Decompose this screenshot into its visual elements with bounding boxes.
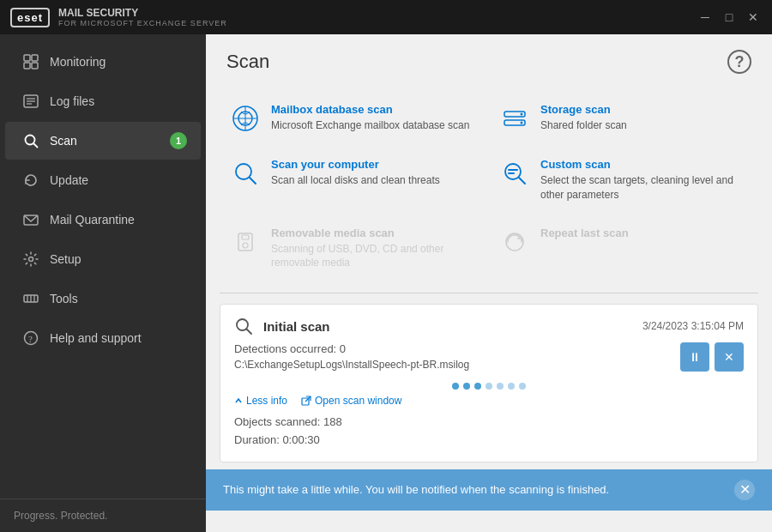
objects-scanned-label: Objects scanned: (234, 415, 320, 428)
scan-option-storage[interactable]: Storage scan Shared folder scan (489, 91, 758, 146)
objects-scanned-row: Objects scanned: 188 (234, 414, 744, 432)
custom-scan-title: Custom scan (540, 158, 748, 171)
grid-icon (22, 53, 39, 70)
removable-scan-text: Removable media scan Scanning of USB, DV… (271, 227, 479, 271)
refresh-icon (22, 172, 39, 189)
computer-scan-title: Scan your computer (271, 158, 479, 171)
chevron-up-icon (234, 396, 243, 405)
title-bar-left: eset MAIL SECURITY FOR MICROSOFT EXCHANG… (10, 7, 227, 27)
storage-scan-icon (499, 103, 530, 134)
scan-name: Initial scan (263, 319, 330, 334)
scan-progress-dots (234, 383, 744, 390)
log-files-label: Log files (50, 94, 94, 108)
dot-7 (519, 383, 526, 390)
stop-button[interactable]: ✕ (715, 342, 744, 372)
search-icon (22, 132, 39, 149)
open-scan-window-button[interactable]: Open scan window (301, 395, 401, 407)
scan-option-repeat: Repeat last scan (489, 215, 758, 283)
open-scan-label: Open scan window (315, 395, 401, 407)
setup-label: Setup (50, 252, 81, 266)
gear-icon (22, 251, 39, 268)
sidebar-item-monitoring[interactable]: Monitoring (5, 43, 201, 81)
dot-4 (486, 383, 492, 390)
svg-line-9 (34, 144, 38, 148)
sidebar-item-setup[interactable]: Setup (5, 240, 201, 278)
objects-scanned-value: 188 (323, 415, 342, 428)
help-icon: ? (22, 329, 39, 347)
scan-label: Scan (50, 134, 77, 148)
svg-point-35 (506, 233, 523, 251)
scan-option-mailbox[interactable]: Mailbox database scan Microsoft Exchange… (220, 91, 489, 146)
svg-point-25 (521, 122, 523, 124)
sidebar-item-log-files[interactable]: Log files (5, 82, 201, 120)
duration-value: 0:00:30 (282, 433, 319, 446)
scan-options-grid: Mailbox database scan Microsoft Exchange… (206, 84, 772, 289)
dot-2 (463, 383, 470, 390)
storage-scan-title: Storage scan (540, 103, 748, 116)
app-title-block: MAIL SECURITY FOR MICROSOFT EXCHANGE SER… (58, 7, 227, 27)
mail-icon (22, 211, 39, 228)
sidebar-nav: Monitoring Log files (0, 34, 206, 499)
sidebar-item-help-support[interactable]: ? Help and support (5, 319, 201, 357)
maximize-button[interactable]: □ (721, 10, 738, 24)
scan-file-path: C:\ExchangeSetupLogs\InstallSpeech-pt-BR… (234, 359, 469, 371)
pause-button[interactable]: ⏸ (680, 342, 709, 372)
svg-line-37 (247, 329, 252, 335)
main-layout: Monitoring Log files (0, 34, 772, 532)
logo-box: eset (10, 8, 50, 27)
eset-logo: eset (17, 11, 43, 24)
notification-text: This might take a little while. You will… (223, 483, 609, 496)
window-controls: ─ □ ✕ (697, 10, 762, 24)
svg-rect-3 (32, 63, 38, 69)
content-header: Scan ? (206, 34, 772, 84)
minimize-button[interactable]: ─ (697, 10, 714, 24)
scan-timestamp: 3/24/2023 3:15:04 PM (642, 320, 744, 332)
duration-row: Duration: 0:00:30 (234, 432, 744, 450)
storage-scan-text: Storage scan Shared folder scan (540, 103, 748, 133)
list-icon (22, 93, 39, 110)
scan-progress-header: Initial scan 3/24/2023 3:15:04 PM (234, 317, 744, 336)
svg-rect-2 (24, 63, 30, 69)
sidebar-footer: Progress. Protected. (0, 499, 206, 532)
storage-scan-desc: Shared folder scan (540, 118, 748, 133)
mail-quarantine-label: Mail Quarantine (50, 213, 135, 227)
dot-5 (497, 383, 504, 390)
sidebar-item-scan[interactable]: Scan 1 (5, 122, 201, 160)
svg-line-29 (519, 178, 525, 184)
close-button[interactable]: ✕ (745, 10, 762, 24)
title-bar: eset MAIL SECURITY FOR MICROSOFT EXCHANG… (0, 0, 772, 34)
content-area: Scan ? Mailbox database sc (206, 34, 772, 532)
help-button[interactable]: ? (727, 50, 751, 74)
mailbox-scan-text: Mailbox database scan Microsoft Exchange… (271, 103, 479, 133)
duration-label: Duration: (234, 433, 280, 446)
scan-option-custom[interactable]: Custom scan Select the scan targets, cle… (489, 146, 758, 215)
scan-progress-panel: Initial scan 3/24/2023 3:15:04 PM Detect… (220, 304, 758, 462)
scan-badge: 1 (170, 132, 187, 149)
detections-value: 0 (340, 342, 346, 355)
custom-scan-desc: Select the scan targets, cleaning level … (540, 173, 748, 203)
svg-point-24 (521, 113, 523, 116)
svg-line-39 (305, 396, 311, 402)
sidebar-item-mail-quarantine[interactable]: Mail Quarantine (5, 201, 201, 239)
dot-6 (508, 383, 515, 390)
scan-progress-search-icon (234, 317, 253, 336)
mailbox-scan-icon (230, 103, 261, 134)
footer-text: Progress. Protected. (14, 510, 107, 522)
notification-banner: This might take a little while. You will… (206, 469, 772, 511)
computer-scan-desc: Scan all local disks and clean threats (271, 173, 479, 188)
svg-text:?: ? (28, 334, 33, 344)
sidebar-item-update[interactable]: Update (5, 161, 201, 199)
notification-close-button[interactable]: ✕ (734, 480, 755, 500)
sidebar-item-tools[interactable]: Tools (5, 280, 201, 317)
removable-scan-title: Removable media scan (271, 227, 479, 239)
tools-label: Tools (50, 292, 78, 305)
custom-scan-icon (499, 158, 530, 189)
scan-detections-row: Detections occurred: 0 (234, 342, 469, 355)
scan-option-computer[interactable]: Scan your computer Scan all local disks … (220, 146, 489, 215)
scan-header-left: Initial scan (234, 317, 330, 336)
app-subtitle: FOR MICROSOFT EXCHANGE SERVER (58, 19, 227, 27)
less-info-button[interactable]: Less info (234, 395, 287, 407)
app-name: MAIL SECURITY (58, 7, 227, 19)
mailbox-scan-desc: Microsoft Exchange mailbox database scan (271, 118, 479, 133)
removable-scan-desc: Scanning of USB, DVD, CD and other remov… (271, 242, 479, 271)
